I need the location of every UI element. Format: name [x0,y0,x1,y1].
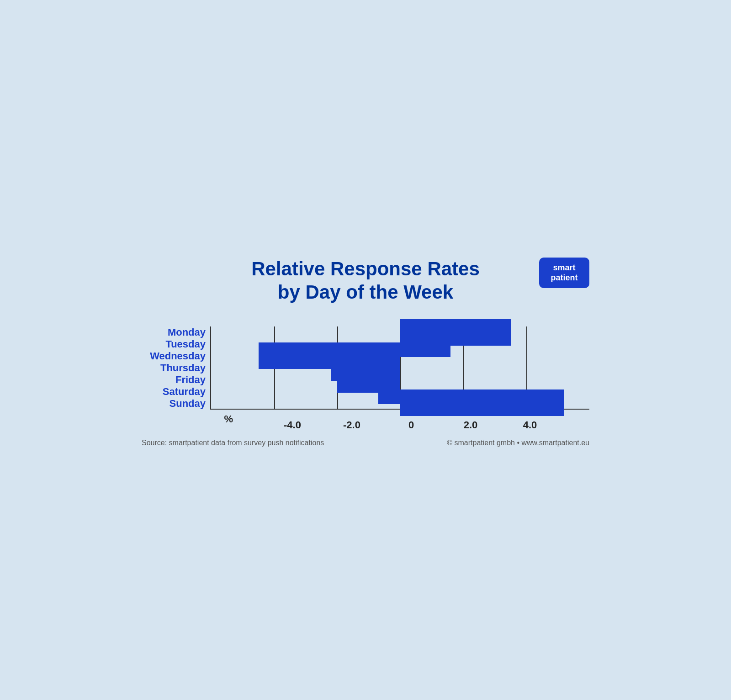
bar-row-friday [211,374,589,385]
y-axis-labels: MondayTuesdayWednesdayThursdayFridaySatu… [142,326,210,410]
logo: smart patient [539,258,589,288]
bar-sunday [400,389,564,416]
logo-line2: patient [551,273,577,282]
bar-row-thursday [211,362,589,374]
main-card: Relative Response Rates by Day of the We… [114,235,617,465]
y-label-friday: Friday [142,374,206,386]
x-label-0: 0 [408,419,414,431]
x-label-4.0: 4.0 [523,419,537,431]
bar-row-sunday [211,397,589,409]
chart-body [210,326,589,410]
x-label--4.0: -4.0 [284,419,301,431]
chart-area: MondayTuesdayWednesdayThursdayFridaySatu… [142,326,589,425]
header: Relative Response Rates by Day of the We… [142,258,589,304]
logo-line1: smart [553,263,575,272]
chart-title: Relative Response Rates by Day of the We… [142,258,589,304]
title-line1: Relative Response Rates [251,258,480,279]
pct-label: % [215,413,233,425]
bar-row-wednesday [211,350,589,362]
y-label-monday: Monday [142,326,206,338]
x-label-2.0: 2.0 [464,419,478,431]
y-label-sunday: Sunday [142,398,206,410]
source-text: Source: smartpatient data from survey pu… [142,439,324,447]
y-label-thursday: Thursday [142,362,206,374]
copyright-text: © smartpatient gmbh • www.smartpatient.e… [447,439,589,447]
y-label-saturday: Saturday [142,386,206,398]
x-label--2.0: -2.0 [343,419,360,431]
y-label-wednesday: Wednesday [142,350,206,362]
y-label-tuesday: Tuesday [142,338,206,350]
chart-container: MondayTuesdayWednesdayThursdayFridaySatu… [142,326,589,410]
title-line2: by Day of the Week [278,281,453,303]
footer: Source: smartpatient data from survey pu… [142,439,589,447]
